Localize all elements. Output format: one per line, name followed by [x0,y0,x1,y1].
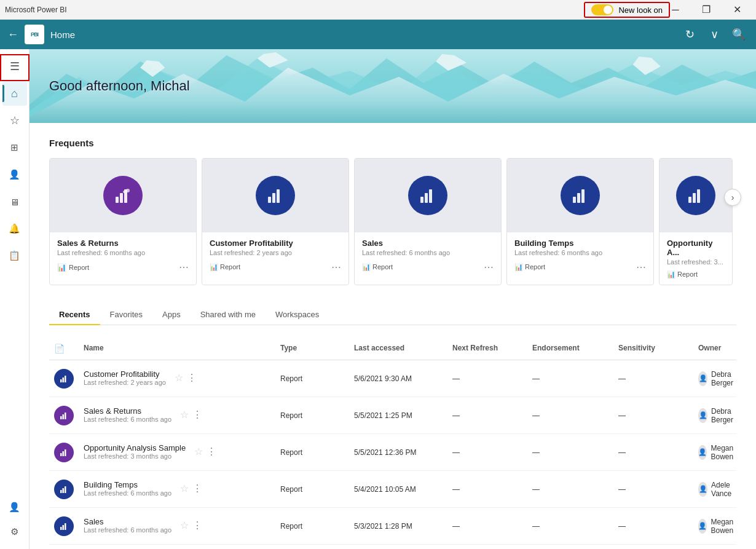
tab-favorites[interactable]: Favorites [100,305,152,325]
freq-card-top-5 [660,159,732,232]
row3-sensitivity: — [613,446,693,459]
maximize-button[interactable]: ❐ [692,0,720,20]
row4-type: Report [275,483,349,496]
row2-more-button[interactable]: ⋮ [192,409,202,421]
freq-card-name-1: Sales & Returns [57,239,189,248]
row1-owner: 👤 Debra Berger [693,368,744,390]
row3-endorsement: — [527,446,613,459]
row2-star-button[interactable]: ☆ [180,409,189,421]
row4-more-button[interactable]: ⋮ [192,483,202,494]
row5-owner: 👤 Megan Bowen [693,515,744,537]
row3-more-button[interactable]: ⋮ [207,446,216,457]
row4-report-icon [54,480,74,499]
row2-endorsement: — [527,409,613,422]
row4-star-button[interactable]: ☆ [180,483,189,494]
top-nav: ← PBI Home ↻ ∨ 🔍 [0,20,756,49]
tab-recents[interactable]: Recents [49,305,100,325]
freq-card-type-1: 📊 Report [57,263,89,272]
row1-avatar: 👤 [698,371,707,386]
row2-owner: 👤 Debra Berger [693,405,744,427]
row1-star-button[interactable]: ☆ [175,372,183,384]
profile-icon: 👤 [9,502,20,513]
tab-workspaces[interactable]: Workspaces [266,305,329,325]
new-look-toggle[interactable] [591,4,613,15]
freq-card-more-1[interactable]: ⋯ [179,261,189,273]
row3-item-actions: Opportunity Analysis Sample Last refresh… [84,443,270,460]
svg-rect-9 [120,193,123,203]
row3-next-refresh: — [447,446,527,459]
freq-card-type-2: 📊 Report [210,263,240,271]
row4-name: Building Temps Last refreshed: 6 months … [84,480,171,497]
freq-card-sales-returns[interactable]: Sales & Returns Last refreshed: 6 months… [49,158,197,285]
svg-rect-21 [581,189,585,203]
row4-icon-cell [49,477,79,502]
col-name: Name [79,341,275,356]
row5-icon-cell [49,514,79,539]
sidebar-item-profile[interactable]: 👤 [2,495,27,519]
row4-last-accessed: 5/4/2021 10:05 AM [349,483,447,496]
refresh-icon[interactable]: ↻ [680,25,699,44]
freq-card-sub-4: Last refreshed: 6 months ago [514,249,646,256]
freq-card-sales[interactable]: Sales Last refreshed: 6 months ago 📊 Rep… [354,158,502,285]
svg-rect-13 [268,197,271,203]
sidebar-item-settings[interactable]: ⚙ [2,519,27,544]
home-label: Home [50,30,75,40]
row2-sensitivity: — [613,409,693,422]
sidebar-item-favorites[interactable]: ☆ [2,108,27,133]
freq-card-sub-2: Last refreshed: 2 years ago [210,249,341,256]
table-row: Sales Last refreshed: 6 months ago ☆ ⋮ R… [49,508,736,545]
freq-card-footer-4: 📊 Report ⋯ [514,261,646,273]
new-look-label: New look on [618,6,663,15]
freq-card-sub-3: Last refreshed: 6 months ago [362,249,494,256]
freq-card-bottom-3: Sales Last refreshed: 6 months ago 📊 Rep… [355,232,501,279]
row4-endorsement: — [527,483,613,496]
row5-more-button[interactable]: ⋮ [192,519,202,531]
row1-more-button[interactable]: ⋮ [187,372,197,384]
nav-chevron-icon[interactable]: ∨ [704,25,724,44]
svg-rect-29 [63,414,65,419]
tab-apps[interactable]: Apps [152,305,191,325]
sidebar-item-menu[interactable]: ☰ [2,54,27,79]
col-icon: 📄 [49,341,79,356]
search-icon[interactable]: 🔍 [729,25,749,44]
row4-name-cell: Building Temps Last refreshed: 6 months … [79,478,275,500]
sidebar-item-home[interactable]: ⌂ [2,81,27,106]
star-icon: ☆ [10,114,20,127]
row4-sensitivity: — [613,483,693,496]
clipboard-icon: 📋 [9,250,20,261]
row4-owner: 👤 Adele Vance [693,478,742,500]
row3-star-button[interactable]: ☆ [194,446,203,457]
svg-rect-38 [63,525,65,530]
back-button[interactable]: ← [7,28,18,41]
svg-rect-15 [277,189,280,203]
row5-type: Report [275,519,349,533]
freq-card-name-5: Opportunity A... [667,239,725,257]
freq-card-more-2[interactable]: ⋯ [331,261,341,273]
tab-shared-with-me[interactable]: Shared with me [191,305,266,325]
sidebar-item-shared[interactable]: 👤 [2,162,27,187]
freq-card-opportunity[interactable]: Opportunity A... Last refreshed: 3... 📊 … [659,158,733,285]
row5-star-button[interactable]: ☆ [180,519,189,531]
freq-card-customer-profitability[interactable]: Customer Profitability Last refreshed: 2… [202,158,349,285]
sidebar-item-dataflows[interactable]: 📋 [2,243,27,268]
close-button[interactable]: ✕ [723,0,751,20]
tabs: Recents Favorites Apps Shared with me Wo… [49,305,736,325]
row1-endorsement: — [527,372,613,385]
freq-card-more-4[interactable]: ⋯ [636,261,646,273]
row3-last-accessed: 5/5/2021 12:36 PM [349,446,447,459]
row5-name-cell: Sales Last refreshed: 6 months ago ☆ ⋮ [79,515,275,537]
table-row: Customer Profitability Last refreshed: 2… [49,360,736,397]
carousel-next-button[interactable]: › [724,189,741,206]
row3-type: Report [275,446,349,459]
sidebar-item-notifications[interactable]: 🔔 [2,216,27,241]
sidebar-item-monitor[interactable]: 🖥 [2,189,27,214]
freq-card-type-3: 📊 Report [362,263,393,271]
freq-card-building-temps[interactable]: Building Temps Last refreshed: 6 months … [506,158,654,285]
freq-card-icon-1 [103,176,143,215]
freq-card-more-3[interactable]: ⋯ [484,261,494,273]
svg-rect-31 [60,453,62,456]
hero-banner: Good afternoon, Michal [30,49,756,123]
sidebar-item-apps[interactable]: ⊞ [2,135,27,160]
frequents-title: Frequents [49,138,736,148]
freq-card-icon-5 [676,176,715,215]
